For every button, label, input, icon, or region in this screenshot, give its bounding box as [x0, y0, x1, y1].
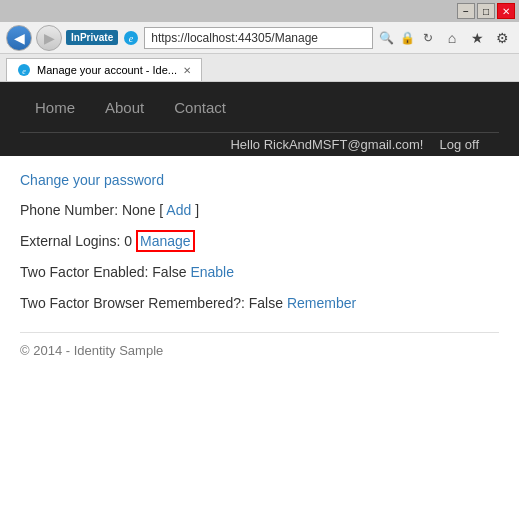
user-bar: Hello RickAndMSFT@gmail.com! Log off	[20, 132, 499, 156]
add-phone-link[interactable]: Add	[166, 202, 191, 218]
nav-about[interactable]: About	[90, 91, 159, 124]
forward-icon: ▶	[44, 30, 55, 46]
nav-contact[interactable]: Contact	[159, 91, 241, 124]
two-factor-value: False	[152, 264, 186, 280]
two-factor-browser-value: False	[249, 295, 283, 311]
refresh-icon[interactable]: ↻	[419, 29, 437, 47]
home-icon[interactable]: ⌂	[441, 27, 463, 49]
change-password-link[interactable]: Change your password	[20, 172, 164, 188]
remember-browser-link[interactable]: Remember	[287, 295, 356, 311]
inprivate-badge: InPrivate	[66, 30, 118, 45]
lock-icon: 🔒	[398, 29, 416, 47]
phone-number-row: Phone Number: None [ Add ]	[20, 200, 499, 221]
phone-number-value: None [	[122, 202, 166, 218]
minimize-button[interactable]: −	[457, 3, 475, 19]
back-icon: ◀	[14, 30, 25, 46]
manage-external-logins-link[interactable]: Manage	[136, 230, 195, 252]
two-factor-browser-row: Two Factor Browser Remembered?: False Re…	[20, 293, 499, 314]
user-greeting: Hello RickAndMSFT@gmail.com!	[230, 137, 423, 152]
title-bar: − □ ✕	[0, 0, 519, 22]
two-factor-row: Two Factor Enabled: False Enable	[20, 262, 499, 283]
footer-text: © 2014 - Identity Sample	[20, 343, 499, 358]
tools-icon[interactable]: ⚙	[491, 27, 513, 49]
page-content: Home About Contact Hello RickAndMSFT@gma…	[0, 82, 519, 529]
external-logins-label: External Logins:	[20, 233, 120, 249]
back-button[interactable]: ◀	[6, 25, 32, 51]
external-logins-row: External Logins: 0 Manage	[20, 231, 499, 252]
nav-home[interactable]: Home	[20, 91, 90, 124]
two-factor-browser-label: Two Factor Browser Remembered?:	[20, 295, 245, 311]
two-factor-label: Two Factor Enabled:	[20, 264, 148, 280]
tab-close-button[interactable]: ✕	[183, 65, 191, 76]
browser-logo: e	[122, 29, 140, 47]
address-bar: ◀ ▶ InPrivate e https://localhost:44305/…	[0, 22, 519, 54]
footer-divider	[20, 332, 499, 333]
address-icons: 🔍 🔒 ↻	[377, 29, 437, 47]
favorites-icon[interactable]: ★	[466, 27, 488, 49]
url-bar[interactable]: https://localhost:44305/Manage	[144, 27, 373, 49]
search-icon[interactable]: 🔍	[377, 29, 395, 47]
main-content: Change your password Phone Number: None …	[0, 156, 519, 374]
tab-bar: e Manage your account - Ide... ✕	[0, 54, 519, 82]
active-tab[interactable]: e Manage your account - Ide... ✕	[6, 58, 202, 81]
tab-favicon: e	[17, 63, 31, 77]
site-navbar: Home About Contact Hello RickAndMSFT@gma…	[0, 82, 519, 156]
external-logins-count: 0	[124, 233, 132, 249]
close-button[interactable]: ✕	[497, 3, 515, 19]
nav-links: Home About Contact	[20, 82, 499, 132]
maximize-button[interactable]: □	[477, 3, 495, 19]
logoff-link[interactable]: Log off	[439, 137, 479, 152]
svg-text:e: e	[129, 33, 134, 44]
enable-two-factor-link[interactable]: Enable	[190, 264, 234, 280]
toolbar-icons: ⌂ ★ ⚙	[441, 27, 513, 49]
phone-number-label: Phone Number:	[20, 202, 118, 218]
svg-text:e: e	[22, 67, 26, 76]
forward-button[interactable]: ▶	[36, 25, 62, 51]
